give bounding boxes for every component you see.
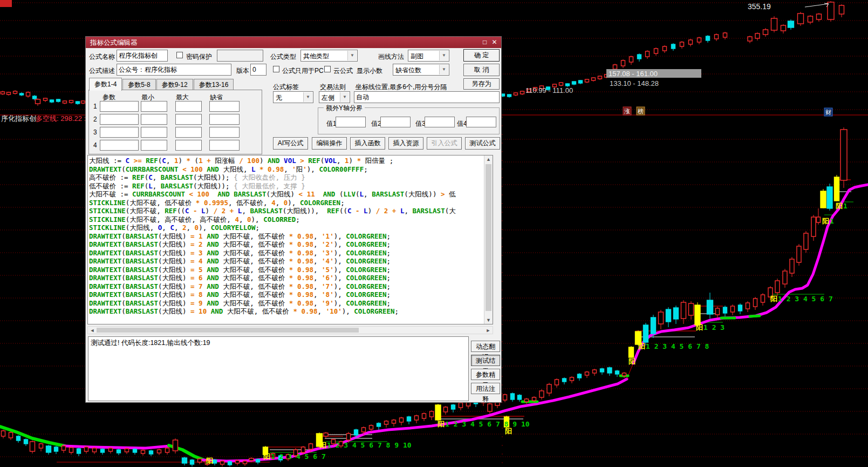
side-button-4[interactable]: 用法注释 <box>471 383 500 394</box>
tab-params-4[interactable]: 参数13-16 <box>194 79 234 91</box>
scroll-up-icon[interactable]: ▲ <box>484 157 493 162</box>
chevron-down-icon[interactable]: ▼ <box>340 92 349 102</box>
code-hscrollbar[interactable]: ◄ ► <box>87 326 493 334</box>
candle-body <box>44 98 47 100</box>
candle-body <box>511 394 515 400</box>
candle-body <box>249 458 254 461</box>
code-line: 大阳线 := C >= REF(C, 1) * (1 + 阳涨幅 / 100) … <box>89 157 484 165</box>
param-input-r1-c4[interactable] <box>209 101 240 112</box>
candle-body <box>57 99 60 101</box>
y-value-input-3[interactable] <box>425 117 455 127</box>
tab-params-1[interactable]: 参数1-4 <box>89 78 122 91</box>
toolbar-button-2[interactable]: 编辑操作 <box>312 137 347 150</box>
ok-button[interactable]: 确 定 <box>463 49 500 62</box>
candle-body <box>680 42 684 46</box>
version-input[interactable] <box>250 64 266 76</box>
draw-method-select[interactable]: 副图 ▼ <box>408 50 449 62</box>
candle-body <box>666 309 671 322</box>
toolbar-button-6[interactable]: 测试公式 <box>465 137 500 150</box>
param-input-r2-c4[interactable] <box>209 114 240 125</box>
coord-line-input[interactable] <box>354 91 500 103</box>
chevron-down-icon[interactable]: ▼ <box>347 51 357 60</box>
chevron-down-icon[interactable]: ▼ <box>303 92 312 102</box>
side-button-2[interactable]: 测试结果 <box>471 355 500 366</box>
save-as-button[interactable]: 另存为 <box>463 78 500 90</box>
chevron-down-icon[interactable]: ▼ <box>439 65 448 75</box>
candle-body <box>17 436 20 441</box>
price-range-label: 157.08 - 161.00 <box>609 70 658 78</box>
tab-params-3[interactable]: 参数9-12 <box>156 79 193 91</box>
param-input-r4-c4[interactable] <box>209 140 240 151</box>
candle-body <box>754 299 757 307</box>
code-editor[interactable]: 大阳线 := C >= REF(C, 1) * (1 + 阳涨幅 / 100) … <box>87 155 493 324</box>
candle-body <box>370 425 373 429</box>
candle-body <box>654 49 658 53</box>
formula-type-select[interactable]: 其他类型 ▼ <box>300 50 358 62</box>
side-button-1[interactable]: 动态翻译 <box>471 341 500 352</box>
candle-body <box>579 80 583 83</box>
candle-body <box>415 416 419 420</box>
candle-body <box>828 2 834 19</box>
y-value-input-1[interactable] <box>336 117 366 127</box>
formula-desc-input[interactable] <box>117 64 231 76</box>
candle-body <box>50 100 54 102</box>
param-input-r3-c1[interactable] <box>100 127 139 138</box>
candle-body <box>133 449 137 452</box>
param-input-r1-c3[interactable] <box>175 101 202 112</box>
param-input-r4-c1[interactable] <box>100 140 139 151</box>
candle-body <box>781 25 786 31</box>
code-vscrollbar[interactable]: ▲ ▼ <box>484 155 493 324</box>
chevron-down-icon[interactable]: ▼ <box>439 51 448 60</box>
cancel-button[interactable]: 取 消 <box>463 64 500 76</box>
vscroll-thumb[interactable] <box>486 164 491 311</box>
param-input-r1-c2[interactable] <box>141 101 167 112</box>
side-button-3[interactable]: 参数精灵 <box>471 369 500 380</box>
candle-body <box>30 442 35 451</box>
candle-body <box>672 44 675 49</box>
param-input-r3-c4[interactable] <box>209 127 240 138</box>
param-input-r2-c2[interactable] <box>141 114 167 125</box>
yang-label: 阳 <box>505 427 512 435</box>
dialog-titlebar[interactable]: 指标公式编辑器 □ ✕ <box>86 37 501 48</box>
formula-name-input[interactable] <box>117 50 168 62</box>
candle-body <box>689 303 694 315</box>
trade-rule-select[interactable]: 左侧 ▼ <box>319 91 350 103</box>
pc-only-checkbox[interactable] <box>273 66 279 72</box>
param-input-r4-c2[interactable] <box>141 140 167 151</box>
password-protect-checkbox[interactable] <box>176 52 183 58</box>
day-count-numbers: 1 2 3 4 5 6 7 8 <box>646 342 709 350</box>
code-line: STICKLINE(大阳不破, REF((C - L) / 2 + L, BAR… <box>89 207 484 215</box>
cloud-formula-checkbox[interactable] <box>324 66 331 72</box>
param-input-r4-c3[interactable] <box>175 140 202 151</box>
scroll-right-icon[interactable]: ► <box>485 328 491 333</box>
param-input-r3-c3[interactable] <box>175 127 202 138</box>
hscroll-thumb[interactable] <box>97 328 359 333</box>
toolbar-button-4[interactable]: 插入资源 <box>388 137 423 150</box>
param-input-r3-c2[interactable] <box>141 127 167 138</box>
code-line: DRAWTEXT(BARSLAST(大阳线) = 3 AND 大阳不破, 低不破… <box>89 249 484 258</box>
param-input-r2-c1[interactable] <box>100 114 139 125</box>
param-input-r2-c3[interactable] <box>175 114 202 125</box>
candle-body <box>309 444 313 449</box>
candle-body <box>547 384 551 393</box>
day-count-numbers: 1 2 3 4 5 6 7 8 9 10 <box>445 420 530 428</box>
y-value-input-2[interactable] <box>380 117 411 127</box>
param-input-r1-c1[interactable] <box>100 101 139 112</box>
candle-body <box>514 93 518 95</box>
param-row-number: 4 <box>93 141 97 149</box>
candle-body <box>600 369 604 372</box>
toolbar-button-1[interactable]: AI写公式 <box>273 137 308 150</box>
tab-params-2[interactable]: 参数5-8 <box>122 79 155 91</box>
candle-body <box>39 444 43 448</box>
param-panel: 参数最小最大缺省1234 <box>88 90 262 154</box>
toolbar-button-3[interactable]: 插入函数 <box>350 137 385 150</box>
close-icon[interactable]: ✕ <box>490 38 499 46</box>
maximize-icon[interactable]: □ <box>480 38 489 46</box>
candle-body <box>817 217 821 222</box>
y-value-input-4[interactable] <box>466 117 496 127</box>
coord-line-label: 坐标线位置,最多6个,用分号分隔 <box>356 83 447 92</box>
scroll-down-icon[interactable]: ▼ <box>484 317 493 323</box>
formula-tag-select[interactable]: 无 ▼ <box>273 91 313 103</box>
decimal-select[interactable]: 缺省位数 ▼ <box>393 64 449 76</box>
scroll-left-icon[interactable]: ◄ <box>89 328 95 333</box>
